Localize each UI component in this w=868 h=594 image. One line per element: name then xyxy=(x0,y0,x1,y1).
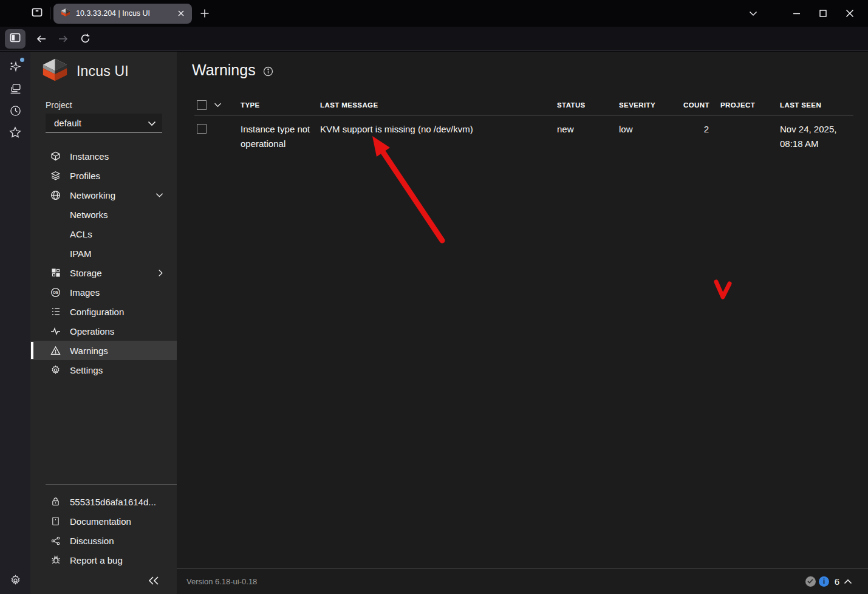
sidebar-item-profiles[interactable]: Profiles xyxy=(30,166,177,185)
sidebar-item-ipam[interactable]: IPAM xyxy=(30,244,177,263)
firefox-view-icon xyxy=(31,6,43,21)
window-controls xyxy=(783,3,863,24)
browser-window: 10.3.33.204 | Incus UI xyxy=(0,0,868,594)
images-icon: OS xyxy=(50,287,61,298)
sidebar-item-networks[interactable]: Networks xyxy=(30,205,177,224)
server-id-label: 555315d6afa1614d... xyxy=(70,497,156,507)
project-label: Project xyxy=(46,100,162,110)
warnings-table: TYPE LAST MESSAGE STATUS SEVERITY COUNT … xyxy=(194,95,853,151)
sidebar-toggle-button[interactable] xyxy=(5,29,26,49)
sidebar-item-label: Networking xyxy=(70,190,115,200)
sidebar-collapse-icon[interactable] xyxy=(148,576,160,585)
sidebar-item-label: Instances xyxy=(70,151,109,162)
cell-last-seen: Nov 24, 2025, 08:18 AM xyxy=(779,122,853,151)
list-all-tabs-button[interactable] xyxy=(744,4,762,22)
sidebar-item-images[interactable]: OS Images xyxy=(30,282,177,302)
server-certificate-item[interactable]: 555315d6afa1614d... xyxy=(30,492,177,511)
bookmarks-button[interactable] xyxy=(5,123,26,142)
version-text: Version 6.18-ui-0.18 xyxy=(186,577,257,586)
sidebar-item-networking[interactable]: Networking xyxy=(30,185,177,205)
warning-icon xyxy=(50,346,61,356)
documentation-label: Documentation xyxy=(70,516,131,527)
project-select[interactable]: default xyxy=(46,114,162,133)
sidebar-item-label: Images xyxy=(70,287,100,298)
history-button[interactable] xyxy=(5,101,26,120)
operations-icon xyxy=(50,326,61,336)
sidebar-item-label: IPAM xyxy=(70,248,92,259)
chevron-down-icon[interactable] xyxy=(155,193,163,198)
new-tab-button[interactable] xyxy=(196,4,214,22)
close-window-button[interactable] xyxy=(836,3,863,24)
discussion-label: Discussion xyxy=(70,536,114,546)
brand-name: Incus UI xyxy=(77,63,129,80)
cell-severity: low xyxy=(619,122,683,137)
firefox-view-button[interactable] xyxy=(27,4,47,22)
collapse-row xyxy=(30,570,177,588)
chevron-right-icon[interactable] xyxy=(158,269,163,277)
operations-success-icon[interactable] xyxy=(805,576,816,587)
table-header-row: TYPE LAST MESSAGE STATUS SEVERITY COUNT … xyxy=(194,95,853,115)
firefox-launcher-rail xyxy=(0,52,30,594)
cell-status: new xyxy=(557,122,619,137)
sidebar-item-label: ACLs xyxy=(70,229,92,239)
row-checkbox[interactable] xyxy=(197,124,207,134)
sidebar-item-instances[interactable]: Instances xyxy=(30,146,177,166)
synced-tabs-button[interactable] xyxy=(5,80,26,98)
documentation-link[interactable]: Documentation xyxy=(30,511,177,531)
browser-toolbar: 10.3.33.204:8443/ui/warnings xyxy=(0,27,868,51)
storage-icon xyxy=(50,268,61,278)
discussion-link[interactable]: Discussion xyxy=(30,531,177,550)
column-header-count[interactable]: COUNT xyxy=(683,101,709,109)
svg-text:OS: OS xyxy=(53,290,58,294)
column-header-last-message[interactable]: LAST MESSAGE xyxy=(320,101,557,109)
forward-button[interactable] xyxy=(53,29,73,49)
sidebar-item-label: Networks xyxy=(70,210,108,220)
incus-logo xyxy=(41,58,69,84)
brand[interactable]: Incus UI xyxy=(30,52,177,83)
lock-icon xyxy=(50,497,61,507)
column-header-status[interactable]: STATUS xyxy=(557,101,619,109)
incus-app: Incus UI Project default xyxy=(30,52,868,594)
sidebar-nav: Instances Profiles xyxy=(30,146,177,380)
notifications-info-icon[interactable] xyxy=(819,576,829,587)
sidebar-item-acls[interactable]: ACLs xyxy=(30,224,177,244)
reload-button[interactable] xyxy=(75,29,95,49)
column-header-severity[interactable]: SEVERITY xyxy=(619,101,683,109)
sidebar-item-label: Settings xyxy=(70,365,103,375)
chevron-up-icon[interactable] xyxy=(844,579,852,584)
sidebar-item-storage[interactable]: Storage xyxy=(30,263,177,282)
column-header-type[interactable]: TYPE xyxy=(241,101,320,109)
app-statusbar: Version 6.18-ui-0.18 6 xyxy=(177,568,868,594)
browser-tab[interactable]: 10.3.33.204 | Incus UI xyxy=(53,4,192,24)
bulk-actions-chevron-icon[interactable] xyxy=(214,103,222,108)
sidebar-item-configuration[interactable]: Configuration xyxy=(30,302,177,321)
sidebar-item-warnings[interactable]: Warnings xyxy=(30,341,177,360)
cell-count: 2 xyxy=(683,122,709,137)
sidebar-item-operations[interactable]: Operations xyxy=(30,321,177,341)
share-icon xyxy=(50,536,61,546)
column-header-last-seen[interactable]: LAST SEEN xyxy=(779,101,853,109)
tabstrip-divider xyxy=(50,7,50,19)
app-sidebar: Incus UI Project default xyxy=(30,52,177,594)
report-bug-link[interactable]: Report a bug xyxy=(30,550,177,570)
ai-chatbot-button[interactable] xyxy=(5,58,26,76)
maximize-button[interactable] xyxy=(810,3,836,24)
sidebar-item-label: Storage xyxy=(70,268,102,278)
sidebar-item-settings[interactable]: Settings xyxy=(30,360,177,380)
launcher-settings-button[interactable] xyxy=(5,571,26,589)
sidebar-item-label: Operations xyxy=(70,326,114,336)
column-header-project[interactable]: PROJECT xyxy=(709,101,779,109)
tab-title: 10.3.33.204 | Incus UI xyxy=(76,9,175,18)
info-icon[interactable] xyxy=(263,66,273,77)
project-block: Project default xyxy=(30,83,177,133)
project-value: default xyxy=(54,118,148,128)
select-all-checkbox[interactable] xyxy=(197,100,207,110)
tab-close-icon[interactable] xyxy=(175,7,187,19)
cell-type: Instance type not operational xyxy=(241,122,320,151)
main-content: Warnings TYPE LAST MESSAGE xyxy=(177,52,868,594)
minimize-button[interactable] xyxy=(783,3,810,24)
header-select-cell xyxy=(194,100,241,110)
table-row[interactable]: Instance type not operational KVM suppor… xyxy=(194,115,853,151)
browser-titlebar: 10.3.33.204 | Incus UI xyxy=(0,0,868,27)
back-button[interactable] xyxy=(32,29,51,49)
